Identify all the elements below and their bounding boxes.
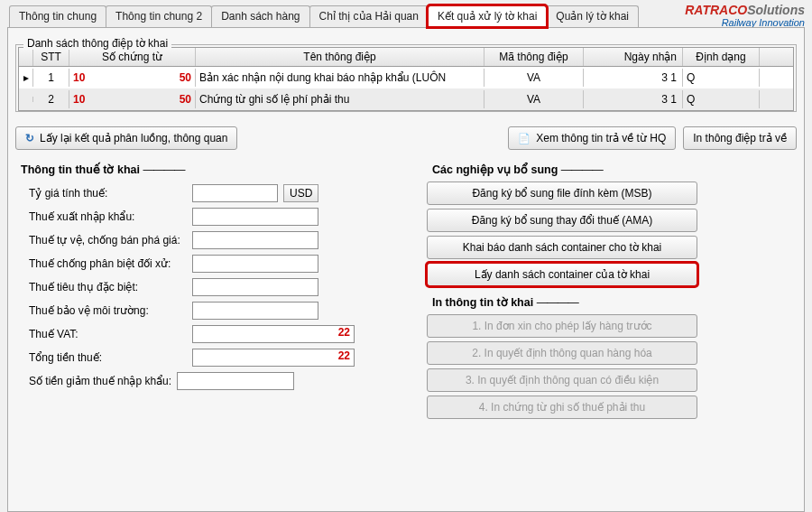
rate-input[interactable] — [192, 184, 278, 202]
ttd-input[interactable] — [192, 278, 318, 296]
view-hq-label: Xem thông tin trả về từ HQ — [536, 132, 666, 144]
cell-soct: 10 50 — [69, 90, 196, 108]
col-ma: Mã thông điệp — [484, 48, 584, 66]
refresh-label: Lấy lại kết quả phân luồng, thông quan — [40, 132, 227, 144]
ttd-label: Thuế tiêu thụ đặc biệt: — [29, 281, 187, 293]
ops-section-title: Các nghiệp vụ bổ sung ———— — [432, 163, 797, 176]
message-grid[interactable]: STT Số chứng từ Tên thông điệp Mã thông … — [18, 47, 794, 111]
print-2-button[interactable]: 2. In quyết định thông quan hàng hóa — [427, 341, 697, 365]
cell-ma: VA — [484, 90, 584, 108]
refresh-result-button[interactable]: Lấy lại kết quả phân luồng, thông quan — [15, 126, 237, 150]
print-3-button[interactable]: 3. In quyết định thông quan có điều kiện — [427, 368, 697, 392]
tab-bar: Thông tin chung Thông tin chung 2 Danh s… — [0, 0, 812, 27]
get-container-list-button[interactable]: Lấy danh sách container của tờ khai — [427, 263, 697, 286]
cell-ngay: 3 1 — [584, 90, 683, 108]
print-4-button[interactable]: 4. In chứng từ ghi số thuế phải thu — [427, 396, 697, 419]
tab-goods-list[interactable]: Danh sách hàng — [211, 5, 309, 27]
rate-label: Tỷ giá tính thuế: — [29, 187, 187, 200]
tab-processing-result[interactable]: Kết quả xử lý tờ khai — [428, 5, 547, 27]
main-panel: Danh sách thông điệp tờ khai STT Số chứn… — [7, 27, 805, 512]
tv-input[interactable] — [192, 231, 318, 249]
giam-label: Số tiền giảm thuế nhập khẩu: — [29, 375, 171, 387]
message-list-group: Danh sách thông điệp tờ khai STT Số chứn… — [15, 44, 797, 112]
col-ngay: Ngày nhận — [584, 48, 683, 66]
cell-ten: Bản xác nhận nội dung khai báo nhập khẩu… — [196, 69, 484, 87]
col-stt: STT — [33, 48, 69, 66]
cell-soct: 10 50 — [69, 69, 196, 87]
bvmt-label: Thuế bảo vệ môi trường: — [29, 304, 187, 317]
col-ten: Tên thông điệp — [196, 48, 484, 66]
currency-label: USD — [283, 184, 318, 202]
tab-general-1[interactable]: Thông tin chung — [9, 5, 106, 27]
view-hq-button[interactable]: Xem thông tin trả về từ HQ — [508, 126, 676, 150]
col-dd: Định dạng — [683, 48, 760, 66]
pb-label: Thuế chống phân biệt đối xử: — [29, 257, 187, 270]
giam-input[interactable] — [177, 372, 294, 390]
vat-label: Thuế VAT: — [29, 328, 187, 340]
tab-customs-instruction[interactable]: Chỉ thị của Hải quan — [309, 5, 429, 27]
refresh-icon — [25, 132, 34, 144]
row-marker: ▸ — [19, 69, 33, 87]
total-label: Tổng tiền thuế: — [29, 351, 187, 364]
cell-dd: Q — [683, 90, 760, 108]
print-section-title: In thông tin tờ khai ———— — [432, 295, 797, 309]
msb-button[interactable]: Đăng ký bổ sung file đính kèm (MSB) — [427, 182, 697, 205]
message-list-title: Danh sách thông điệp tờ khai — [23, 37, 171, 50]
declare-container-button[interactable]: Khai báo danh sách container cho tờ khai — [427, 236, 697, 259]
document-icon — [518, 132, 531, 144]
pb-input[interactable] — [192, 255, 318, 273]
grid-row[interactable]: 2 10 50 Chứng từ ghi số lệ phí phải thu … — [19, 88, 793, 110]
col-soct: Số chứng từ — [69, 48, 196, 66]
xnk-input[interactable] — [192, 208, 318, 226]
grid-header: STT Số chứng từ Tên thông điệp Mã thông … — [19, 48, 793, 67]
cell-stt: 1 — [33, 69, 69, 87]
cell-ngay: 3 1 — [584, 69, 683, 87]
action-bar: Lấy lại kết quả phân luồng, thông quan X… — [15, 126, 797, 150]
print-message-button[interactable]: In thông điệp trả về — [683, 126, 797, 150]
cell-dd: Q — [683, 69, 760, 87]
tab-manage-declaration[interactable]: Quản lý tờ khai — [546, 5, 639, 27]
tv-label: Thuế tự vệ, chống bán phá giá: — [29, 234, 187, 247]
print-message-label: In thông điệp trả về — [693, 132, 787, 144]
grid-row[interactable]: ▸ 1 10 50 Bản xác nhận nội dung khai báo… — [19, 67, 793, 88]
ama-button[interactable]: Đăng ký bổ sung thay đổi thuế (AMA) — [427, 209, 697, 232]
tab-general-2[interactable]: Thông tin chung 2 — [106, 5, 212, 27]
bvmt-input[interactable] — [192, 302, 318, 320]
cell-ten: Chứng từ ghi số lệ phí phải thu — [196, 90, 484, 108]
total-input[interactable]: 22 — [192, 349, 355, 367]
print-1-button[interactable]: 1. In đơn xin cho phép lấy hàng trước — [427, 314, 697, 338]
xnk-label: Thuế xuất nhập khẩu: — [29, 210, 187, 223]
cell-ma: VA — [484, 69, 584, 87]
tax-section-title: Thông tin thuế tờ khai ———— — [21, 163, 412, 176]
cell-stt: 2 — [33, 90, 69, 108]
vat-input[interactable]: 22 — [192, 325, 355, 343]
